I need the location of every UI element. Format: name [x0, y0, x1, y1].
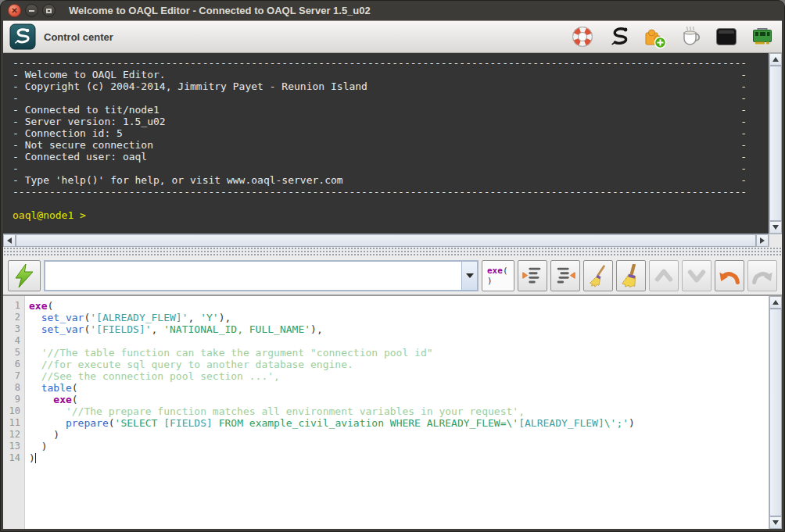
lifebuoy-help-icon — [570, 24, 595, 49]
code-line: set_var('[ALREADY_FLEW]', 'Y'), — [29, 312, 769, 323]
terminal-output: ----------------------------------------… — [3, 53, 769, 234]
editor-vertical-scrollbar[interactable] — [769, 296, 782, 529]
arrow-down-icon — [772, 520, 779, 525]
code-line: exe( — [29, 394, 769, 405]
terminal-line: - Welcome to OAQL Editor. - — [13, 69, 769, 80]
code-line: exe( — [29, 300, 769, 312]
puzzle-add-icon — [642, 24, 667, 49]
terminal-line: ----------------------------------------… — [13, 186, 769, 198]
indent-button[interactable] — [518, 260, 547, 291]
terminal-pane: ----------------------------------------… — [3, 53, 782, 247]
scroll-up-button[interactable] — [769, 296, 782, 309]
close-icon: ✕ — [11, 7, 17, 15]
add-plugin-button[interactable] — [641, 23, 668, 50]
coffee-button[interactable] — [677, 23, 704, 50]
code-line: ) — [29, 441, 769, 452]
terminal-line: - Not secure connection - — [13, 139, 769, 151]
terminal-button[interactable] — [713, 23, 740, 50]
undo-button[interactable] — [715, 260, 744, 291]
scrollbar-thumb[interactable] — [769, 66, 782, 221]
move-down-button[interactable] — [682, 260, 712, 291]
scroll-down-button[interactable] — [769, 516, 782, 529]
coffee-icon — [678, 24, 703, 49]
chevron-down-icon — [466, 273, 474, 278]
command-bar: exe( ) — [3, 256, 782, 295]
code-line: '//The table function can take the argum… — [29, 347, 769, 359]
line-number: 14 — [3, 452, 20, 464]
scroll-right-button[interactable] — [756, 234, 769, 247]
exe-template-button[interactable]: exe( ) — [482, 260, 514, 291]
line-number: 4 — [3, 335, 20, 347]
code-line: //for execute sql query to another datab… — [29, 359, 769, 370]
window-title: Welcome to OAQL Editor - Connected to OA… — [69, 5, 371, 16]
network-card-icon — [750, 24, 775, 49]
snake-tool-button[interactable] — [605, 23, 632, 50]
line-number: 11 — [3, 417, 20, 429]
chevron-down-icon — [685, 264, 708, 287]
app-window: ✕ Welcome to OAQL Editor - Connected to … — [0, 0, 785, 532]
scroll-left-button[interactable] — [3, 234, 16, 247]
broom-small-icon — [586, 264, 610, 287]
terminal-line: - - — [13, 162, 769, 174]
network-card-button[interactable] — [749, 23, 776, 50]
terminal-line: ----------------------------------------… — [13, 57, 769, 69]
code-line: set_var('[FIELDS]', 'NATIONAL_ID, FULL_N… — [29, 323, 769, 335]
outdent-button[interactable] — [550, 260, 580, 291]
scrollbar-thumb[interactable] — [16, 234, 756, 247]
line-number: 2 — [3, 312, 20, 323]
line-number: 8 — [3, 382, 20, 394]
broom-large-icon — [619, 264, 643, 287]
editor-code[interactable]: exe( set_var('[ALREADY_FLEW]', 'Y'), set… — [25, 296, 769, 529]
lightning-icon — [12, 263, 37, 288]
editor-gutter: 1234567891011121314 — [3, 296, 25, 529]
scroll-down-button[interactable] — [769, 221, 782, 234]
line-number: 9 — [3, 394, 20, 405]
code-line: //See the connection pool section ...', — [29, 370, 769, 382]
terminal-horizontal-scrollbar[interactable] — [3, 234, 769, 247]
clean-button[interactable] — [583, 260, 613, 291]
terminal-line: - Connected to tit/node1 - — [13, 104, 769, 116]
scroll-up-button[interactable] — [769, 53, 782, 66]
code-line: table( — [29, 382, 769, 394]
exe-close-paren: ) — [487, 276, 493, 286]
maximize-button[interactable] — [42, 4, 56, 17]
clean-all-button[interactable] — [616, 260, 646, 291]
query-input[interactable] — [45, 262, 461, 290]
exe-template-label: exe — [487, 266, 503, 276]
move-up-button[interactable] — [649, 260, 679, 291]
scrollbar-thumb[interactable] — [769, 309, 782, 516]
line-number: 3 — [3, 323, 20, 335]
line-number: 5 — [3, 347, 20, 359]
exe-open-paren: ( — [503, 266, 508, 276]
terminal-line: - Type 'help()' for help, or visit www.o… — [13, 174, 769, 186]
terminal-line — [13, 198, 769, 209]
chevron-up-icon — [652, 264, 676, 287]
terminal-icon — [714, 24, 739, 49]
terminal-line: - Copyright (c) 2004-2014, Jimmitry Paye… — [13, 80, 769, 92]
main-toolbar: Control center — [3, 20, 782, 53]
combobox-dropdown-button[interactable] — [461, 262, 477, 290]
terminal-vertical-scrollbar[interactable] — [769, 53, 782, 234]
code-line: ) — [29, 452, 769, 464]
query-combobox — [44, 260, 479, 291]
undo-icon — [718, 264, 741, 287]
outdent-icon — [554, 264, 577, 287]
arrow-down-icon — [772, 225, 779, 230]
arrow-left-icon — [7, 237, 12, 244]
line-number: 10 — [3, 405, 20, 417]
minimize-button[interactable] — [25, 4, 38, 17]
snake-icon — [606, 24, 631, 49]
maximize-icon — [46, 9, 52, 13]
redo-button[interactable] — [747, 260, 777, 291]
execute-button[interactable] — [8, 260, 41, 291]
scrollbar-corner — [769, 234, 782, 247]
pane-splitter[interactable] — [3, 247, 782, 256]
terminal-line: - Connection id: 5 - — [13, 127, 769, 139]
close-button[interactable]: ✕ — [8, 4, 21, 17]
help-lifebuoy-button[interactable] — [569, 23, 596, 50]
arrow-up-icon — [772, 300, 779, 305]
titlebar[interactable]: ✕ Welcome to OAQL Editor - Connected to … — [3, 1, 782, 20]
code-line: ) — [29, 429, 769, 441]
app-label: Control center — [44, 31, 113, 43]
terminal-prompt: oaql@node1 > — [13, 209, 769, 221]
